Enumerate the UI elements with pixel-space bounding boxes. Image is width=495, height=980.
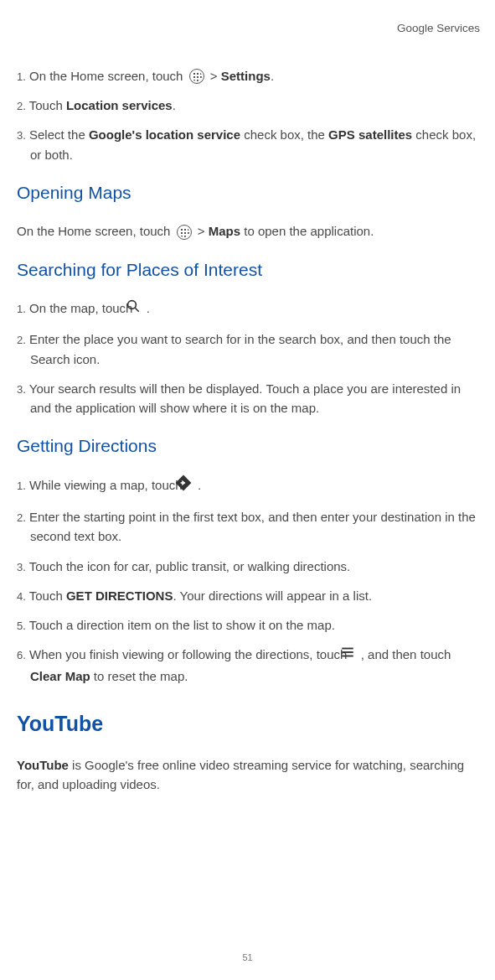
step-text: > xyxy=(210,69,221,83)
step-text: . Your directions will appear in a list. xyxy=(173,589,372,603)
dir-step-4: 4. Touch GET DIRECTIONS. Your directions… xyxy=(17,586,480,605)
dir-step-3: 3. Touch the icon for car, public transi… xyxy=(17,557,480,576)
para-text: > xyxy=(198,224,209,238)
search-step-1: 1. On the map, touch . xyxy=(17,298,480,319)
bold-text: Google's location service xyxy=(89,127,240,142)
step-number: 3. xyxy=(17,561,26,573)
heading-youtube: YouTube xyxy=(17,708,480,740)
step-text: . xyxy=(198,478,201,492)
apps-icon xyxy=(189,69,204,84)
svg-point-0 xyxy=(127,301,136,309)
menu-icon xyxy=(353,645,355,665)
dir-step-6: 6. When you finish viewing or following … xyxy=(17,645,480,685)
step-number: 6. xyxy=(17,649,26,661)
bold-text: Clear Map xyxy=(30,669,90,683)
step-text: While viewing a map, touch xyxy=(29,478,186,492)
page-number: 51 xyxy=(0,951,495,965)
heading-opening-maps: Opening Maps xyxy=(17,179,480,207)
step-number: 3. xyxy=(17,129,26,142)
search-step-3: 3. Your search results will then be disp… xyxy=(17,379,480,418)
svg-line-1 xyxy=(135,308,139,312)
step-text: Touch xyxy=(29,98,66,112)
step-text: , and then touch xyxy=(361,647,451,661)
bold-text: Settings xyxy=(221,69,271,83)
step-text: . xyxy=(271,69,274,83)
youtube-para: YouTube is Google's free online video st… xyxy=(17,755,480,795)
bold-text: Maps xyxy=(209,224,240,238)
search-step-2: 2. Enter the place you want to search fo… xyxy=(17,329,480,369)
step-number: 2. xyxy=(17,334,26,346)
step-text: On the Home screen, touch xyxy=(29,69,187,83)
step-text: Touch xyxy=(29,589,66,603)
step-number: 2. xyxy=(17,100,26,112)
step-number: 5. xyxy=(17,620,26,632)
step-number: 3. xyxy=(17,383,26,396)
directions-icon xyxy=(188,474,192,496)
para-text: to open the application. xyxy=(240,224,374,238)
step-3-checkboxes: 3. Select the Google's location service … xyxy=(17,125,480,164)
step-text: Enter the place you want to search for i… xyxy=(29,332,451,366)
step-2-location-services: 2. Touch Location services. xyxy=(17,96,480,115)
step-number: 1. xyxy=(17,480,26,492)
para-text: is Google's free online video streaming … xyxy=(17,758,464,791)
step-text: Select the xyxy=(29,127,89,142)
bold-text: YouTube xyxy=(17,758,69,772)
step-text: . xyxy=(173,98,176,112)
step-text: check box, the xyxy=(240,127,328,142)
step-text: to reset the map. xyxy=(90,669,188,683)
bold-text: GPS satellites xyxy=(328,127,412,142)
step-text: Touch a direction item on the list to sh… xyxy=(29,618,335,632)
search-icon xyxy=(139,298,141,319)
para-text: On the Home screen, touch xyxy=(17,224,174,238)
bold-text: Location services xyxy=(66,98,173,112)
dir-step-1: 1. While viewing a map, touch . xyxy=(17,475,480,497)
step-number: 1. xyxy=(17,70,26,83)
step-text: . xyxy=(147,301,150,315)
apps-icon xyxy=(177,225,192,240)
heading-searching: Searching for Places of Interest xyxy=(17,257,480,284)
dir-step-5: 5. Touch a direction item on the list to… xyxy=(17,615,480,635)
step-number: 2. xyxy=(17,511,26,524)
heading-directions: Getting Directions xyxy=(17,433,480,460)
step-text: On the map, touch xyxy=(29,301,137,315)
step-number: 1. xyxy=(17,303,26,315)
step-1-home-settings: 1. On the Home screen, touch > Settings. xyxy=(17,66,480,86)
step-text: When you finish viewing or following the… xyxy=(29,647,351,661)
chapter-header: Google Services xyxy=(17,20,480,38)
step-text: Enter the starting point in the first te… xyxy=(29,510,476,543)
step-text: Touch the icon for car, public transit, … xyxy=(29,559,351,573)
opening-maps-text: On the Home screen, touch > Maps to open… xyxy=(17,221,480,241)
step-text: Your search results will then be display… xyxy=(29,381,461,415)
bold-text: GET DIRECTIONS xyxy=(66,589,173,603)
step-number: 4. xyxy=(17,590,26,603)
dir-step-2: 2. Enter the starting point in the first… xyxy=(17,507,480,547)
